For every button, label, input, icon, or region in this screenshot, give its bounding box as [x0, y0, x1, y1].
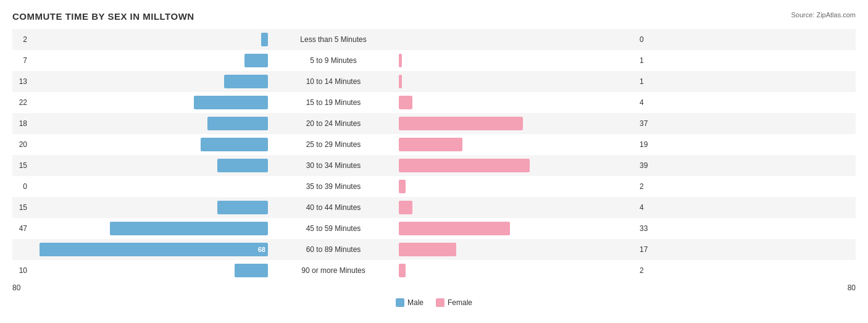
male-value: 13: [12, 77, 27, 86]
female-value: 4: [640, 98, 654, 107]
female-bar: [399, 117, 523, 130]
male-bar: [217, 201, 268, 214]
row-label: 45 to 59 Minutes: [272, 224, 395, 233]
female-bar-wrap: [399, 159, 636, 172]
male-value: 18: [12, 119, 27, 128]
row-label: 20 to 24 Minutes: [272, 119, 395, 128]
female-value: 1: [640, 77, 654, 86]
male-bar-wrap: [31, 96, 268, 109]
right-section: 4: [395, 96, 654, 109]
male-bar: [235, 264, 268, 277]
male-bar-wrap: [31, 180, 268, 193]
row-label: 90 or more Minutes: [272, 266, 395, 275]
male-value: 10: [12, 266, 27, 275]
male-bar: [110, 222, 268, 235]
chart-row: 20 25 to 29 Minutes 19: [12, 134, 856, 155]
right-section: 39: [395, 159, 654, 172]
female-bar-wrap: [399, 138, 636, 151]
female-bar: [399, 54, 402, 67]
chart-row: 10 90 or more Minutes 2: [12, 260, 856, 281]
left-section: 15: [12, 201, 272, 214]
male-bar-wrap: [31, 117, 268, 130]
right-section: 17: [395, 243, 654, 256]
female-value: 2: [640, 266, 654, 275]
female-bar-wrap: [399, 75, 636, 88]
male-bar: [224, 75, 268, 88]
legend-male: Male: [396, 298, 424, 307]
female-bar-wrap: [399, 96, 636, 109]
left-section: 10: [12, 264, 272, 277]
female-bar: [399, 180, 406, 193]
female-bar-wrap: [399, 243, 636, 256]
right-section: 2: [395, 264, 654, 277]
male-value: 15: [12, 203, 27, 212]
left-section: 2: [12, 33, 272, 46]
female-value: 19: [640, 140, 654, 149]
left-section: 15: [12, 159, 272, 172]
female-bar: [399, 138, 462, 151]
female-bar-wrap: [399, 264, 636, 277]
male-bar: [244, 54, 268, 67]
female-bar-wrap: [399, 180, 636, 193]
female-color-box: [436, 298, 444, 307]
male-bar: 68: [40, 243, 268, 256]
male-value: 22: [12, 98, 27, 107]
right-section: 1: [395, 75, 654, 88]
male-bar: [261, 33, 268, 46]
female-value: 33: [640, 224, 654, 233]
chart-row: 2 Less than 5 Minutes 0: [12, 29, 856, 50]
source-text: Source: ZipAtlas.com: [791, 11, 856, 19]
left-section: 47: [12, 222, 272, 235]
right-section: 1: [395, 54, 654, 67]
female-bar-wrap: [399, 54, 636, 67]
axis-left: 80: [12, 283, 20, 292]
female-bar-wrap: [399, 33, 636, 46]
right-section: 2: [395, 180, 654, 193]
chart-container: COMMUTE TIME BY SEX IN MILLTOWN Source: …: [0, 0, 868, 323]
male-value: 20: [12, 140, 27, 149]
chart-row: 15 30 to 34 Minutes 39: [12, 155, 856, 176]
male-bar-wrap: [31, 75, 268, 88]
female-bar: [399, 222, 510, 235]
female-value: 39: [640, 161, 654, 170]
legend-female: Female: [436, 298, 472, 307]
female-bar: [399, 264, 406, 277]
row-label: 35 to 39 Minutes: [272, 182, 395, 191]
female-value: 4: [640, 203, 654, 212]
chart-row: 68 60 to 89 Minutes 17: [12, 239, 856, 260]
female-bar: [399, 75, 402, 88]
chart-rows: 2 Less than 5 Minutes 0 7 5 to 9 Minutes: [12, 29, 856, 281]
male-bar-wrap: [31, 33, 268, 46]
row-label: 25 to 29 Minutes: [272, 140, 395, 149]
female-bar-wrap: [399, 201, 636, 214]
left-section: 22: [12, 96, 272, 109]
axis-labels: 80 80: [12, 283, 856, 292]
male-value: 15: [12, 161, 27, 170]
male-bar-wrap: 68: [12, 243, 268, 256]
right-section: 0: [395, 33, 654, 46]
female-value: 17: [640, 245, 654, 254]
female-value: 37: [640, 119, 654, 128]
row-label: 30 to 34 Minutes: [272, 161, 395, 170]
right-section: 33: [395, 222, 654, 235]
male-bar-wrap: [31, 201, 268, 214]
chart-row: 15 40 to 44 Minutes 4: [12, 197, 856, 218]
female-value: 0: [640, 35, 654, 44]
left-section: 0: [12, 180, 272, 193]
row-label: 40 to 44 Minutes: [272, 203, 395, 212]
male-value: 47: [12, 224, 27, 233]
chart-row: 0 35 to 39 Minutes 2: [12, 176, 856, 197]
legend: Male Female: [12, 298, 856, 307]
row-label: 10 to 14 Minutes: [272, 77, 395, 86]
female-bar-wrap: [399, 117, 636, 130]
female-value: 2: [640, 182, 654, 191]
row-label: 15 to 19 Minutes: [272, 98, 395, 107]
female-bar-wrap: [399, 222, 636, 235]
male-bar-wrap: [31, 159, 268, 172]
left-section: 68: [12, 243, 272, 256]
male-bar-inner-label: 68: [258, 246, 265, 253]
female-value: 1: [640, 56, 654, 65]
legend-female-label: Female: [448, 298, 472, 307]
row-label: 5 to 9 Minutes: [272, 56, 395, 65]
chart-row: 13 10 to 14 Minutes 1: [12, 71, 856, 92]
